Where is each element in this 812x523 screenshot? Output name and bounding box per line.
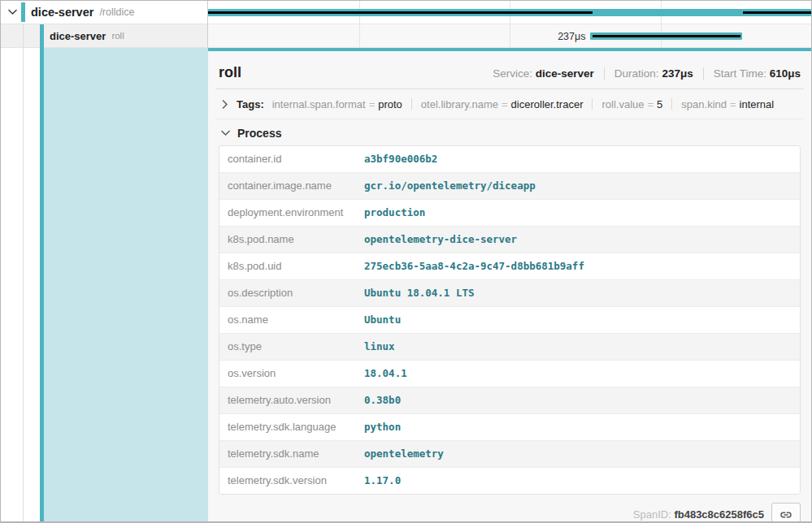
table-row: telemetry.sdk.languagepython: [219, 414, 800, 441]
span-bar-rolldice[interactable]: [208, 9, 811, 16]
span-detail-panel: roll Service: dice-server Duration: 237μ…: [208, 48, 811, 521]
tags-accordion[interactable]: Tags: internal.span.format=proto otel.li…: [215, 89, 804, 119]
span-name-cell[interactable]: dice-server roll: [1, 24, 208, 48]
table-row: os.descriptionUbuntu 18.04.1 LTS: [219, 280, 800, 307]
span-id-label: SpanID:: [633, 508, 671, 521]
tag-key: otel.library.name: [421, 98, 498, 110]
kv-key: container.id: [219, 146, 356, 172]
tag-key: roll.value: [601, 98, 644, 110]
tag-value: diceroller.tracer: [511, 98, 584, 110]
tag-equals: =: [369, 98, 376, 110]
table-row: os.version18.04.1: [219, 361, 800, 387]
kv-key: telemetry.sdk.language: [219, 414, 356, 440]
table-row: k8s.pod.nameopentelemetry-dice-server: [219, 227, 800, 253]
tag-item: roll.value=5: [601, 98, 662, 110]
kv-value: opentelemetry: [356, 441, 800, 467]
chevron-right-icon[interactable]: [219, 97, 232, 110]
table-row: os.typelinux: [219, 334, 800, 361]
span-operation-title: roll: [219, 64, 241, 81]
chevron-down-icon[interactable]: [219, 127, 232, 140]
kv-key: container.image.name: [219, 173, 356, 199]
tag-key: internal.span.format: [272, 98, 366, 110]
process-accordion[interactable]: Process: [215, 119, 804, 145]
kv-key: os.version: [219, 361, 356, 387]
service-color-stripe: [40, 24, 44, 48]
span-id-value: fb483c8c6258f6c5: [674, 508, 764, 521]
table-row: k8s.pod.uid275ecb36-5aa8-4c2a-9c47-d8bb6…: [219, 253, 800, 280]
span-row-rolldice[interactable]: dice-server /rolldice: [1, 1, 811, 24]
link-icon: [779, 508, 792, 521]
meta-label: Start Time:: [714, 67, 766, 80]
table-row: telemetry.auto.version0.38b0: [219, 387, 800, 414]
meta-divider: [604, 67, 605, 80]
kv-key: os.type: [219, 334, 356, 360]
selected-row-highlight: [44, 48, 208, 521]
meta-duration: Duration: 237μs: [614, 67, 693, 80]
table-row: container.ida3bf90e006b2: [219, 146, 800, 173]
deep-link-button[interactable]: [771, 503, 801, 521]
tag-item: span.kind=internal: [681, 98, 774, 110]
timeline-cell[interactable]: 237μs: [208, 24, 811, 48]
table-row: container.image.namegcr.io/opentelemetry…: [219, 173, 800, 200]
tag-equals: =: [730, 98, 736, 110]
kv-value: 18.04.1: [356, 361, 800, 387]
kv-value: Ubuntu 18.04.1 LTS: [356, 280, 800, 306]
meta-start-time: Start Time: 610μs: [714, 67, 801, 80]
kv-value: 0.38b0: [356, 387, 800, 413]
kv-key: deployment.environment: [219, 200, 356, 226]
kv-key: telemetry.auto.version: [219, 387, 356, 413]
meta-label: Duration:: [614, 67, 659, 80]
span-bar-roll[interactable]: [590, 32, 742, 40]
tag-item: internal.span.format=proto: [272, 98, 402, 110]
kv-key: os.description: [219, 280, 356, 306]
indent-guide: [23, 48, 24, 521]
indent-guide: [23, 24, 24, 47]
tag-value: internal: [740, 98, 775, 110]
kv-value: 275ecb36-5aa8-4c2a-9c47-d8bb681b9aff: [356, 253, 800, 279]
tag-divider: [592, 98, 593, 110]
tag-key: span.kind: [681, 98, 727, 110]
jaeger-trace-view: dice-server /rolldice dice-server roll 2…: [0, 0, 812, 523]
span-meta: Service: dice-server Duration: 237μs Sta…: [493, 67, 801, 80]
collapse-chevron-icon[interactable]: [6, 6, 19, 19]
meta-service: Service: dice-server: [493, 67, 594, 80]
kv-value: python: [356, 414, 800, 440]
operation-name: roll: [111, 31, 124, 41]
kv-value: opentelemetry-dice-server: [356, 227, 800, 253]
tag-value: proto: [378, 98, 402, 110]
span-detail-header: roll Service: dice-server Duration: 237μ…: [215, 51, 804, 89]
service-name: dice-server: [50, 30, 106, 42]
kv-key: telemetry.sdk.version: [219, 468, 356, 494]
tag-divider: [411, 98, 412, 110]
selected-span-left-strip: [1, 48, 208, 521]
kv-key: telemetry.sdk.name: [219, 441, 356, 467]
span-name-cell[interactable]: dice-server /rolldice: [1, 1, 208, 24]
tag-divider: [671, 98, 672, 110]
critical-path-segment: [593, 35, 740, 37]
table-row: telemetry.sdk.version1.17.0: [219, 468, 800, 494]
kv-key: k8s.pod.uid: [219, 253, 356, 279]
tag-equals: =: [502, 98, 508, 110]
kv-value: a3bf90e006b2: [356, 146, 800, 172]
kv-value: Ubuntu: [356, 307, 800, 333]
tags-heading: Tags:: [237, 98, 264, 110]
table-row: os.nameUbuntu: [219, 307, 800, 334]
process-key-value-table: container.ida3bf90e006b2 container.image…: [219, 145, 801, 495]
kv-value: production: [356, 200, 800, 226]
meta-value: 237μs: [662, 67, 693, 80]
meta-value: dice-server: [536, 67, 594, 80]
span-row-roll[interactable]: dice-server roll 237μs: [1, 24, 811, 48]
service-name: dice-server: [31, 6, 93, 19]
span-detail-footer: SpanID: fb483c8c6258f6c5: [215, 495, 804, 521]
table-row: telemetry.sdk.nameopentelemetry: [219, 441, 800, 468]
kv-key: k8s.pod.name: [219, 227, 356, 253]
meta-divider: [703, 67, 704, 80]
process-heading: Process: [237, 127, 281, 140]
tag-value: 5: [657, 98, 662, 110]
kv-value: linux: [356, 334, 800, 360]
meta-label: Service:: [493, 67, 532, 80]
span-duration-label: 237μs: [208, 31, 585, 42]
timeline-cell[interactable]: [208, 1, 811, 24]
meta-value: 610μs: [770, 67, 801, 80]
kv-key: os.name: [219, 307, 356, 333]
